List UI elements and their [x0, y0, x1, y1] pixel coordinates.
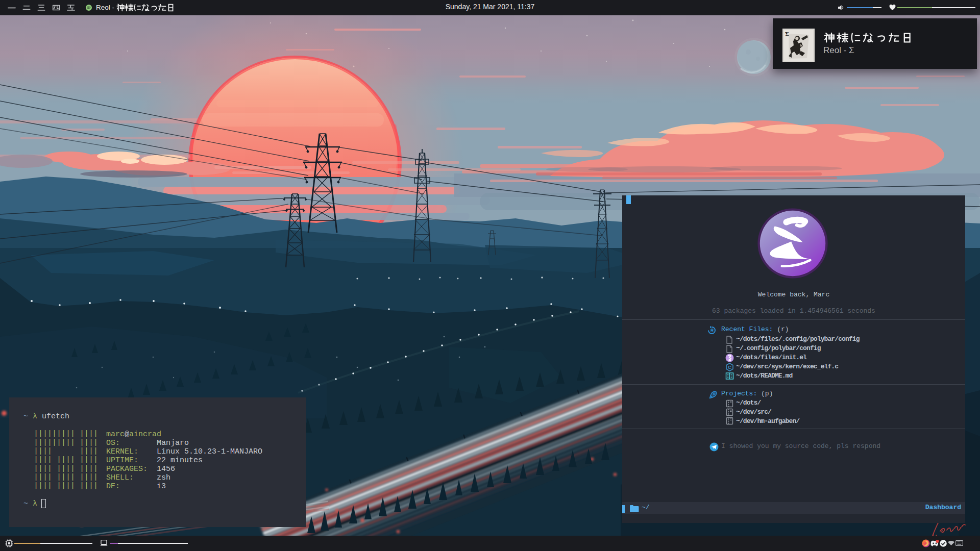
- svg-text:C: C: [728, 364, 731, 370]
- svg-text:Σ: Σ: [785, 31, 789, 38]
